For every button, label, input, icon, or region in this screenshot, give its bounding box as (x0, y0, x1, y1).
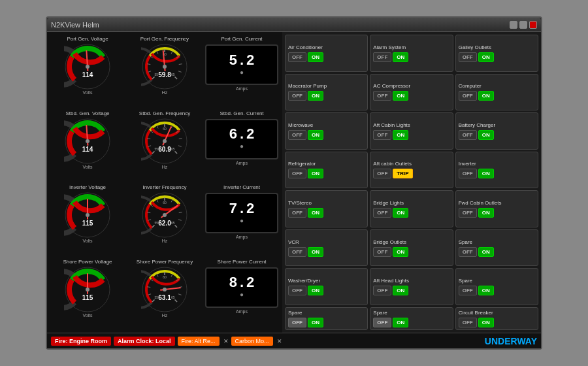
switch-off-btn-8[interactable]: OFF (459, 130, 477, 140)
switch-name-8: Battery Charger (459, 122, 535, 128)
switch-on-btn-19[interactable]: ON (393, 286, 408, 295)
switch-off-btn-12[interactable]: OFF (288, 208, 306, 218)
switch-on-btn-21[interactable]: ON (308, 318, 323, 327)
switch-controls-16: OFF ON (373, 247, 449, 257)
gauge-unit-7: Hz (162, 239, 168, 243)
svg-text:63.1: 63.1 (158, 294, 171, 301)
switch-off-btn-14[interactable]: OFF (459, 208, 477, 218)
svg-text:60.9: 60.9 (158, 146, 171, 153)
switch-off-btn-6[interactable]: OFF (288, 130, 306, 140)
svg-text:65: 65 (171, 73, 175, 76)
switch-trip-btn-10[interactable]: TRIP (393, 169, 412, 178)
switch-on-btn-6[interactable]: ON (308, 130, 323, 140)
switch-off-btn-20[interactable]: OFF (459, 286, 477, 295)
current-indicator: ● (240, 291, 244, 298)
switch-off-btn-19[interactable]: OFF (373, 286, 391, 295)
current-indicator: ● (240, 142, 244, 150)
switch-off-btn-22[interactable]: OFF (373, 318, 391, 327)
switch-name-16: Bridge Outlets (373, 239, 449, 245)
status-underway: UNDERWAY (485, 336, 537, 346)
switch-on-btn-18[interactable]: ON (308, 286, 323, 295)
switch-off-btn-5[interactable]: OFF (459, 91, 477, 101)
switch-controls-12: OFF ON (288, 208, 365, 218)
alert-fire-close[interactable]: ✕ (223, 338, 229, 344)
switch-on-btn-23[interactable]: ON (478, 318, 494, 327)
current-value: 8.2 (229, 276, 255, 291)
switch-off-btn-4[interactable]: OFF (373, 91, 391, 101)
switch-controls-14: OFF ON (459, 208, 535, 218)
switch-on-btn-17[interactable]: ON (478, 247, 494, 257)
switch-cell-22: Spare OFF ON (370, 307, 453, 330)
switch-off-btn-13[interactable]: OFF (373, 208, 391, 218)
switch-cell-6: Microwave OFF ON (285, 112, 368, 150)
switch-on-btn-0[interactable]: ON (308, 52, 323, 62)
switch-on-btn-4[interactable]: ON (393, 91, 408, 101)
switch-on-btn-12[interactable]: ON (308, 208, 323, 218)
svg-text:114: 114 (82, 146, 93, 153)
switch-controls-2: OFF ON (459, 52, 535, 62)
switch-name-19: Aft Head Lights (373, 278, 449, 284)
switch-off-btn-21[interactable]: OFF (288, 318, 306, 327)
switch-on-btn-15[interactable]: ON (308, 247, 323, 257)
switch-off-btn-18[interactable]: OFF (288, 286, 306, 295)
switch-on-btn-13[interactable]: ON (393, 208, 408, 218)
switch-off-btn-7[interactable]: OFF (373, 130, 391, 140)
switch-off-btn-23[interactable]: OFF (459, 318, 477, 327)
svg-point-2 (86, 65, 90, 69)
alert-carbon-close[interactable]: ✕ (277, 338, 282, 344)
switch-controls-7: OFF ON (373, 130, 449, 140)
switch-off-btn-9[interactable]: OFF (288, 169, 306, 178)
svg-text:65: 65 (171, 221, 175, 225)
switch-controls-1: OFF ON (373, 52, 449, 62)
switch-on-btn-8[interactable]: ON (478, 130, 494, 140)
switch-on-btn-22[interactable]: ON (393, 318, 408, 327)
switch-off-btn-11[interactable]: OFF (459, 169, 477, 178)
switch-on-btn-2[interactable]: ON (478, 52, 494, 62)
switch-off-btn-17[interactable]: OFF (459, 247, 477, 257)
switch-off-btn-10[interactable]: OFF (373, 169, 391, 178)
gauge-label-5: Stbd. Gen. Current (220, 110, 263, 116)
maximize-button[interactable] (519, 21, 527, 29)
switch-on-btn-7[interactable]: ON (393, 130, 408, 140)
switch-on-btn-9[interactable]: ON (308, 169, 323, 178)
alarm-clock: Alarm Clock: Local (114, 337, 175, 346)
switch-off-btn-16[interactable]: OFF (373, 247, 391, 257)
switch-cell-11: Inverter OFF ON (455, 152, 538, 189)
switch-name-7: Aft Cabin Lights (373, 122, 449, 128)
switch-name-18: Washer/Dryer (288, 278, 365, 284)
svg-point-20 (163, 65, 167, 69)
svg-text:65: 65 (171, 147, 175, 151)
svg-text:62.0: 62.0 (158, 220, 171, 227)
switch-on-btn-5[interactable]: ON (478, 91, 494, 101)
minimize-button[interactable] (510, 21, 517, 29)
switch-on-btn-20[interactable]: ON (478, 286, 494, 295)
gauge-label-9: Shore Power Voltage (63, 259, 112, 265)
switch-name-3: Macerator Pump (288, 83, 365, 89)
gauge-unit-3: Volts (82, 165, 92, 169)
switch-controls-22: OFF ON (373, 318, 449, 327)
current-indicator: ● (240, 69, 244, 76)
switch-controls-5: OFF ON (459, 91, 535, 101)
switch-cell-8: Battery Charger OFF ON (455, 112, 538, 150)
switch-on-btn-1[interactable]: ON (393, 52, 408, 62)
switch-on-btn-11[interactable]: ON (478, 169, 494, 178)
gauge-label-3: Stbd. Gen. Voltage (65, 110, 109, 116)
switch-off-btn-1[interactable]: OFF (373, 52, 391, 62)
switch-on-btn-3[interactable]: ON (308, 91, 323, 101)
switch-controls-6: OFF ON (288, 130, 365, 140)
alarm-fire: Fire: Engine Room (51, 337, 111, 346)
switch-on-btn-16[interactable]: ON (393, 247, 408, 257)
gauge-label-8: Inverter Current (223, 184, 260, 190)
switch-controls-23: OFF ON (459, 318, 535, 327)
close-button[interactable] (529, 21, 537, 29)
title-text: N2KView Helm (51, 21, 508, 29)
switch-off-btn-3[interactable]: OFF (288, 91, 306, 101)
switch-off-btn-2[interactable]: OFF (459, 52, 477, 62)
switch-on-btn-14[interactable]: ON (478, 208, 494, 218)
switch-off-btn-0[interactable]: OFF (288, 52, 306, 62)
gauge-label-4: Stbd. Gen. Frequency (139, 110, 190, 116)
switch-name-13: Bridge Lights (373, 200, 449, 206)
app-window: N2KView Helm Port Gen. Voltage 114 Volts… (46, 16, 542, 350)
switch-off-btn-15[interactable]: OFF (288, 247, 306, 257)
switch-name-10: Aft cabin Outlets (373, 161, 449, 167)
